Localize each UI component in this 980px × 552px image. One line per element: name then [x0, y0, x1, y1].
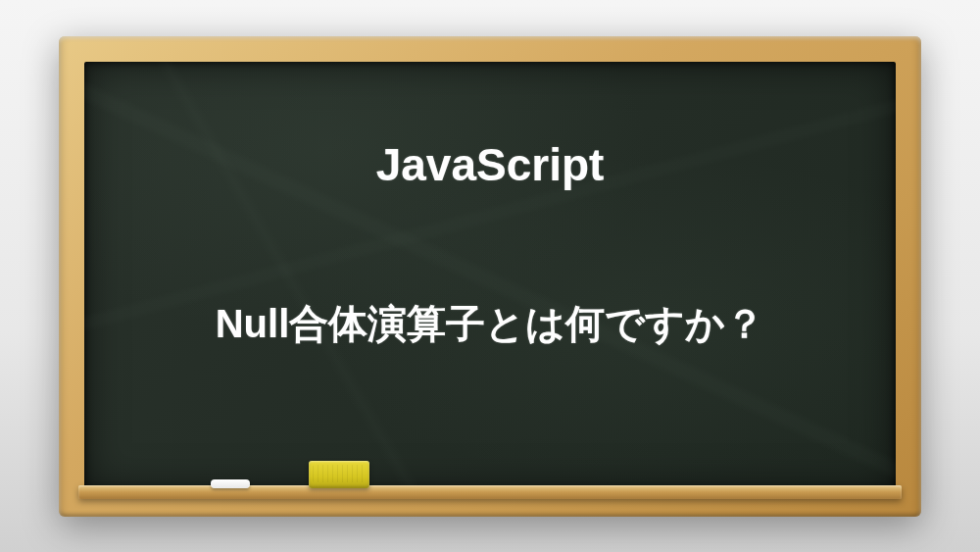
chalk-tray — [78, 485, 902, 499]
chalk-icon — [211, 479, 250, 488]
chalkboard: JavaScript Null合体演算子とは何ですか？ — [59, 36, 921, 517]
board-question: Null合体演算子とは何ですか？ — [84, 297, 896, 351]
eraser-icon — [309, 461, 369, 488]
wood-frame: JavaScript Null合体演算子とは何ですか？ — [59, 36, 921, 517]
board-surface: JavaScript Null合体演算子とは何ですか？ — [84, 62, 896, 491]
board-title: JavaScript — [84, 138, 896, 191]
